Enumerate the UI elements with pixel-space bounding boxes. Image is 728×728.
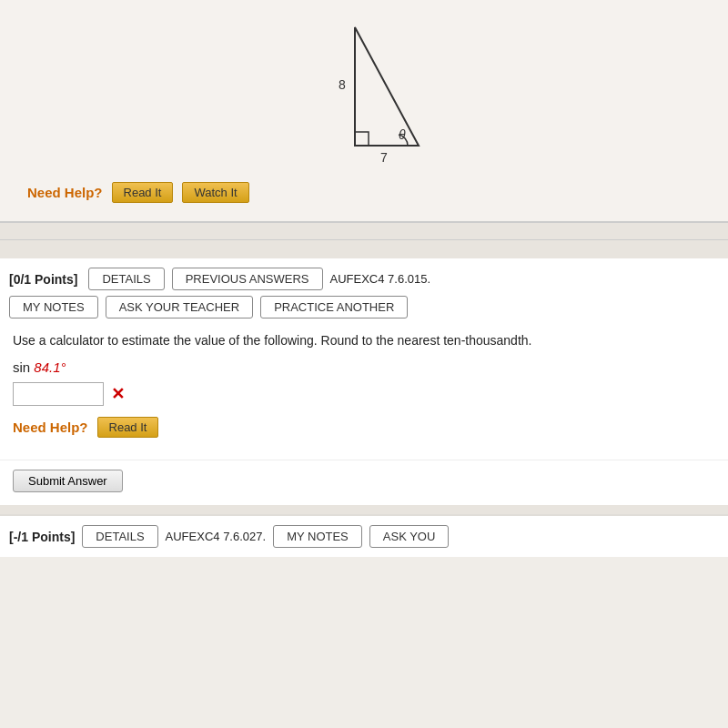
- need-help-label-top: Need Help?: [27, 185, 103, 200]
- my-notes-button[interactable]: MY NOTES: [9, 296, 98, 318]
- submit-answer-button[interactable]: Submit Answer: [13, 470, 123, 492]
- bottom-question-code: AUFEXC4 7.6.027.: [166, 530, 267, 543]
- side-8-label: 8: [339, 77, 346, 92]
- need-help-row-q1: Need Help? Read It: [13, 417, 715, 438]
- svg-marker-0: [355, 27, 419, 146]
- sin-value: 84.1°: [34, 359, 66, 375]
- question-content: Use a calculator to estimate the value o…: [0, 318, 728, 460]
- notes-bar: MY NOTES ASK YOUR TEACHER PRACTICE ANOTH…: [0, 290, 728, 318]
- points-bar: [0/1 Points] DETAILS PREVIOUS ANSWERS AU…: [0, 258, 728, 290]
- watch-it-button-top[interactable]: Watch It: [182, 182, 248, 203]
- bottom-bar: [-/1 Points] DETAILS AUFEXC4 7.6.027. MY…: [0, 514, 728, 557]
- practice-another-button[interactable]: PRACTICE ANOTHER: [260, 296, 408, 318]
- need-help-row-top: Need Help? Read It Watch It: [27, 182, 701, 203]
- sin-expression: sin 84.1°: [13, 359, 715, 375]
- spacer-2: [0, 505, 728, 514]
- submit-section: Submit Answer: [0, 460, 728, 505]
- top-section: 8 7 θ Need Help? Read It Watch It: [0, 0, 728, 222]
- need-help-label-q1: Need Help?: [13, 420, 88, 435]
- spacer-1: [0, 240, 728, 258]
- bottom-details-button[interactable]: DETAILS: [82, 525, 157, 548]
- read-it-button-top[interactable]: Read It: [112, 182, 174, 203]
- previous-answers-button[interactable]: PREVIOUS ANSWERS: [172, 268, 323, 290]
- answer-input[interactable]: [13, 382, 104, 406]
- details-button[interactable]: DETAILS: [88, 268, 164, 290]
- side-7-label: 7: [380, 150, 388, 164]
- answer-row: ✕: [13, 382, 715, 406]
- divider-1: [0, 222, 728, 240]
- question-text: Use a calculator to estimate the value o…: [13, 331, 715, 350]
- wrong-icon: ✕: [111, 384, 125, 404]
- bottom-my-notes-button[interactable]: MY NOTES: [273, 525, 362, 548]
- main-question-section: [0/1 Points] DETAILS PREVIOUS ANSWERS AU…: [0, 258, 728, 505]
- points-label: [0/1 Points]: [9, 272, 77, 287]
- triangle-svg: 8 7 θ: [282, 18, 446, 164]
- bottom-points-label: [-/1 Points]: [9, 530, 75, 544]
- triangle-diagram: 8 7 θ: [27, 18, 701, 164]
- ask-teacher-button[interactable]: ASK YOUR TEACHER: [106, 296, 253, 318]
- bottom-ask-teacher-button[interactable]: ASK YOU: [369, 525, 450, 548]
- read-it-button-q1[interactable]: Read It: [97, 417, 159, 438]
- question-code: AUFEXC4 7.6.015.: [330, 272, 431, 286]
